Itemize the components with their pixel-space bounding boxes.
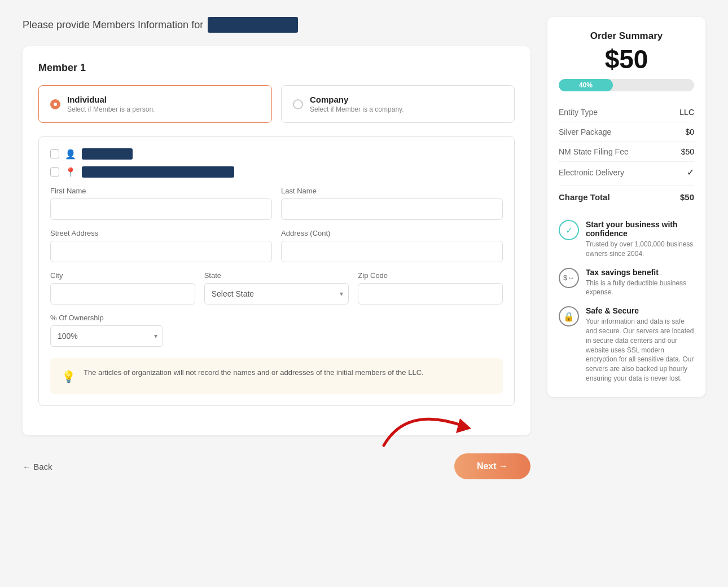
- city-group: City: [50, 271, 195, 304]
- header-redacted: [208, 17, 298, 33]
- city-state-zip-row: City State Select State ▾ Zip Cod: [50, 271, 503, 304]
- filing-fee-label: NM State Filing Fee: [559, 147, 629, 156]
- tax-desc: This is a fully deductible business expe…: [586, 279, 694, 298]
- type-card-company[interactable]: Company Select if Member is a company.: [281, 85, 515, 123]
- entity-type-label: Entity Type: [559, 108, 598, 117]
- filing-fee-value: $50: [681, 147, 694, 156]
- progress-label: 40%: [579, 81, 593, 89]
- benefits-list: ✓ Start your business with confidence Tr…: [559, 220, 694, 383]
- radio-individual: [50, 99, 60, 109]
- ownership-row: % Of Ownership 100% 75% 50% 25% ▾: [50, 314, 503, 347]
- order-line-electronic: Electronic Delivery ✓: [559, 162, 694, 183]
- lock-icon: 🔒: [559, 306, 579, 326]
- progress-bar-fill: 40%: [559, 79, 613, 91]
- header-text: Please provide Members Information for: [23, 19, 203, 31]
- electronic-delivery-label: Electronic Delivery: [559, 168, 624, 177]
- secure-desc: Your information and data is safe and se…: [586, 317, 694, 383]
- entity-type-value: LLC: [679, 108, 694, 117]
- street-address-group: Street Address: [50, 229, 272, 262]
- benefit-confidence: ✓ Start your business with confidence Tr…: [559, 220, 694, 259]
- redacted-name: [82, 148, 133, 160]
- secure-title: Safe & Secure: [586, 306, 694, 315]
- first-name-input[interactable]: [50, 198, 272, 220]
- electronic-delivery-check: ✓: [687, 167, 694, 178]
- last-name-input[interactable]: [281, 198, 503, 220]
- city-input[interactable]: [50, 283, 195, 304]
- next-button-wrapper: Next →: [454, 453, 530, 479]
- bottom-nav: ← Back Next →: [23, 453, 530, 479]
- address-cont-label: Address (Cont): [281, 229, 503, 237]
- order-line-filing-fee: NM State Filing Fee $50: [559, 142, 694, 162]
- state-select[interactable]: Select State: [204, 283, 349, 304]
- city-label: City: [50, 271, 195, 280]
- ownership-select[interactable]: 100% 75% 50% 25%: [50, 325, 163, 347]
- checkbox-row-name: 👤: [50, 148, 503, 160]
- dollar-icon: $↔: [559, 268, 579, 288]
- redacted-location: [82, 166, 234, 178]
- individual-desc: Select if Member is a person.: [67, 105, 155, 113]
- charge-total-row: Charge Total $50: [559, 185, 694, 209]
- member-details-box: 👤 📍 First Name Last Name: [38, 136, 515, 406]
- radio-company: [293, 99, 303, 109]
- charge-total-value: $50: [680, 192, 694, 202]
- silver-package-value: $0: [685, 127, 694, 136]
- address-cont-group: Address (Cont): [281, 229, 503, 262]
- confidence-title: Start your business with confidence: [586, 220, 694, 238]
- order-line-silver: Silver Package $0: [559, 122, 694, 142]
- order-line-entity: Entity Type LLC: [559, 103, 694, 122]
- order-summary-panel: Order Summary $50 40% Entity Type LLC Si…: [547, 17, 705, 479]
- check-circle-icon: ✓: [559, 220, 579, 240]
- tax-title: Tax savings benefit: [586, 268, 694, 277]
- back-button[interactable]: ← Back: [23, 462, 52, 471]
- last-name-group: Last Name: [281, 187, 503, 220]
- member-title: Member 1: [38, 62, 515, 74]
- person-icon: 👤: [65, 149, 76, 160]
- street-address-input[interactable]: [50, 241, 272, 262]
- benefit-secure: 🔒 Safe & Secure Your information and dat…: [559, 306, 694, 383]
- type-selection: Individual Select if Member is a person.…: [38, 85, 515, 123]
- zip-input[interactable]: [358, 283, 503, 304]
- address-row: Street Address Address (Cont): [50, 229, 503, 262]
- address-cont-input[interactable]: [281, 241, 503, 262]
- order-summary-title: Order Summary: [559, 30, 694, 42]
- ownership-select-wrapper: 100% 75% 50% 25% ▾: [50, 325, 163, 347]
- bulb-icon: 💡: [62, 368, 76, 385]
- first-name-label: First Name: [50, 187, 272, 195]
- company-desc: Select if Member is a company.: [310, 105, 404, 113]
- order-lines: Entity Type LLC Silver Package $0 NM Sta…: [559, 103, 694, 183]
- benefit-tax: $↔ Tax savings benefit This is a fully d…: [559, 268, 694, 298]
- location-icon: 📍: [65, 167, 76, 178]
- zip-label: Zip Code: [358, 271, 503, 280]
- checkbox-location[interactable]: [50, 167, 59, 176]
- company-label: Company: [310, 95, 404, 104]
- silver-package-label: Silver Package: [559, 127, 611, 136]
- info-box-text: The articles of organization will not re…: [84, 367, 424, 378]
- zip-group: Zip Code: [358, 271, 503, 304]
- checkbox-name[interactable]: [50, 149, 59, 158]
- page-header: Please provide Members Information for: [23, 17, 530, 33]
- street-address-label: Street Address: [50, 229, 272, 237]
- checkbox-row-location: 📍: [50, 166, 503, 178]
- name-row: First Name Last Name: [50, 187, 503, 220]
- confidence-desc: Trusted by over 1,000,000 business owner…: [586, 240, 694, 259]
- order-price: $50: [559, 44, 694, 74]
- info-box: 💡 The articles of organization will not …: [50, 358, 503, 394]
- charge-total-label: Charge Total: [559, 192, 610, 202]
- order-card: Order Summary $50 40% Entity Type LLC Si…: [547, 17, 705, 397]
- state-group: State Select State ▾: [204, 271, 349, 304]
- next-button[interactable]: Next →: [454, 453, 530, 479]
- first-name-group: First Name: [50, 187, 272, 220]
- type-card-individual[interactable]: Individual Select if Member is a person.: [38, 85, 272, 123]
- individual-label: Individual: [67, 95, 155, 104]
- state-select-wrapper: Select State ▾: [204, 283, 349, 304]
- progress-bar-wrap: 40%: [559, 79, 694, 91]
- state-label: State: [204, 271, 349, 280]
- last-name-label: Last Name: [281, 187, 503, 195]
- member-section: Member 1 Individual Select if Member is …: [23, 46, 530, 435]
- ownership-label: % Of Ownership: [50, 314, 503, 322]
